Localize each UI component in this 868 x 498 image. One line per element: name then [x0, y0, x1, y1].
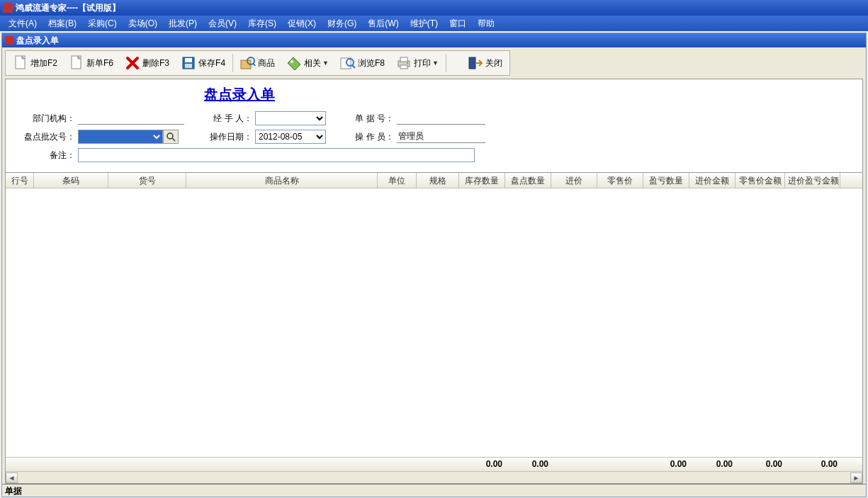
goods-label: 商品: [258, 57, 275, 69]
browse-button[interactable]: 浏览F8: [335, 52, 390, 74]
column-header[interactable]: 规格: [417, 173, 459, 188]
docno-label: 单 据 号：: [339, 113, 394, 125]
toolbar-separator: [446, 54, 446, 72]
handler-label: 经 手 人：: [197, 113, 252, 125]
total-value: 0.00: [505, 458, 551, 471]
save-label: 保存F4: [198, 57, 225, 69]
total-value: 0.00: [643, 458, 689, 471]
column-header[interactable]: 进价: [551, 173, 597, 188]
dept-label: 部门机构：: [20, 113, 75, 125]
remark-input[interactable]: [78, 148, 475, 162]
scroll-left-icon[interactable]: ◄: [6, 472, 18, 483]
menu-archive[interactable]: 档案(B): [43, 16, 82, 32]
menu-maintain[interactable]: 维护(T): [405, 16, 444, 32]
svg-rect-4: [185, 64, 192, 68]
docno-input[interactable]: [397, 112, 485, 125]
main-menu-bar: 文件(A) 档案(B) 采购(C) 卖场(O) 批发(P) 会员(V) 库存(S…: [0, 16, 868, 31]
opdate-select[interactable]: 2012-08-05: [255, 130, 326, 144]
column-header[interactable]: 盘点数量: [505, 173, 551, 188]
save-button[interactable]: 保存F4: [176, 52, 230, 74]
add-button[interactable]: 增加F2: [8, 52, 62, 74]
menu-window[interactable]: 窗口: [444, 16, 472, 32]
column-header[interactable]: 单位: [378, 173, 417, 188]
related-tag-icon: [286, 55, 302, 71]
app-title-bar: 鸿威流通专家----【试用版】: [0, 0, 868, 16]
menu-after[interactable]: 售后(W): [362, 16, 404, 32]
menu-file[interactable]: 文件(A): [3, 16, 43, 32]
save-floppy-icon: [181, 55, 196, 71]
batch-select[interactable]: [78, 130, 163, 144]
totals-row: 0.000.000.000.000.000.00: [6, 457, 862, 471]
menu-promo[interactable]: 促销(X): [282, 16, 322, 32]
svg-rect-14: [400, 65, 407, 69]
menu-member[interactable]: 会员(V): [203, 16, 242, 32]
delete-x-icon: [125, 55, 140, 71]
column-header[interactable]: 盈亏数量: [643, 173, 689, 188]
operator-input[interactable]: [397, 130, 485, 143]
scroll-track[interactable]: [18, 472, 850, 483]
svg-point-15: [407, 62, 408, 64]
goods-search-icon: [240, 55, 256, 71]
total-value: 0.00: [459, 458, 505, 471]
column-header[interactable]: 行号: [6, 173, 34, 188]
scroll-right-icon[interactable]: ►: [850, 472, 862, 483]
related-button[interactable]: 相关 ▼: [281, 52, 334, 74]
svg-point-17: [167, 133, 173, 139]
svg-line-11: [352, 65, 355, 68]
new-button[interactable]: 新单F6: [64, 52, 118, 74]
menu-wholesale[interactable]: 批发(P): [163, 16, 203, 32]
menu-inventory[interactable]: 库存(S): [242, 16, 282, 32]
svg-point-8: [291, 60, 293, 63]
svg-line-7: [253, 63, 255, 66]
document-blank-icon: [69, 55, 84, 71]
svg-rect-9: [341, 58, 351, 69]
grid-body[interactable]: [6, 188, 862, 457]
related-label: 相关: [304, 57, 321, 69]
column-header[interactable]: 零售价金额: [735, 173, 785, 188]
horizontal-scrollbar[interactable]: ◄ ►: [6, 471, 862, 483]
data-grid: 行号条码货号商品名称单位规格库存数量盘点数量进价零售价盈亏数量进价金额零售价金额…: [5, 172, 863, 484]
add-label: 增加F2: [30, 57, 57, 69]
form-title: 盘点录入单: [204, 85, 848, 104]
batch-search-button[interactable]: [163, 130, 179, 144]
column-header[interactable]: 货号: [108, 173, 186, 188]
status-text: 单据: [5, 486, 22, 496]
close-button[interactable]: 关闭: [463, 52, 507, 74]
toolbar-container: 增加F2 新单F6 删除F3 保存F4 商品: [2, 47, 866, 79]
dept-input[interactable]: [78, 112, 184, 125]
column-header[interactable]: 库存数量: [459, 173, 505, 188]
app-icon: [3, 3, 13, 13]
goods-button[interactable]: 商品: [235, 52, 280, 74]
grid-header: 行号条码货号商品名称单位规格库存数量盘点数量进价零售价盈亏数量进价金额零售价金额…: [6, 173, 862, 188]
column-header[interactable]: 进价金额: [689, 173, 735, 188]
column-header[interactable]: 零售价: [597, 173, 643, 188]
menu-help[interactable]: 帮助: [472, 16, 500, 32]
total-value: 0.00: [785, 458, 840, 471]
delete-label: 删除F3: [142, 57, 169, 69]
menu-finance[interactable]: 财务(G): [322, 16, 362, 32]
chevron-down-icon: ▼: [432, 60, 439, 67]
menu-sales[interactable]: 卖场(O): [123, 16, 163, 32]
child-window-title: 盘点录入单: [16, 35, 59, 47]
chevron-down-icon: ▼: [322, 60, 329, 67]
svg-rect-13: [400, 57, 407, 62]
form-panel: 盘点录入单 部门机构： 经 手 人： 单 据 号： 盘点批次号：: [5, 79, 863, 172]
column-header[interactable]: 进价盈亏金额: [785, 173, 840, 188]
status-bar: 单据: [2, 484, 866, 497]
browse-label: 浏览F8: [358, 57, 385, 69]
svg-line-18: [172, 138, 175, 141]
close-label: 关闭: [485, 57, 502, 69]
column-header[interactable]: 条码: [34, 173, 108, 188]
print-button[interactable]: 打印 ▼: [391, 52, 444, 74]
column-header[interactable]: 商品名称: [186, 173, 378, 188]
handler-select[interactable]: [255, 111, 326, 125]
new-label: 新单F6: [86, 57, 113, 69]
exit-door-icon: [468, 55, 483, 71]
delete-button[interactable]: 删除F3: [120, 52, 174, 74]
search-icon: [166, 132, 176, 142]
opdate-label: 操作日期：: [197, 131, 252, 143]
remark-label: 备注：: [20, 149, 75, 162]
toolbar-separator: [232, 54, 233, 72]
menu-purchase[interactable]: 采购(C): [82, 16, 123, 32]
child-window-title-bar: 盘点录入单: [2, 33, 866, 47]
